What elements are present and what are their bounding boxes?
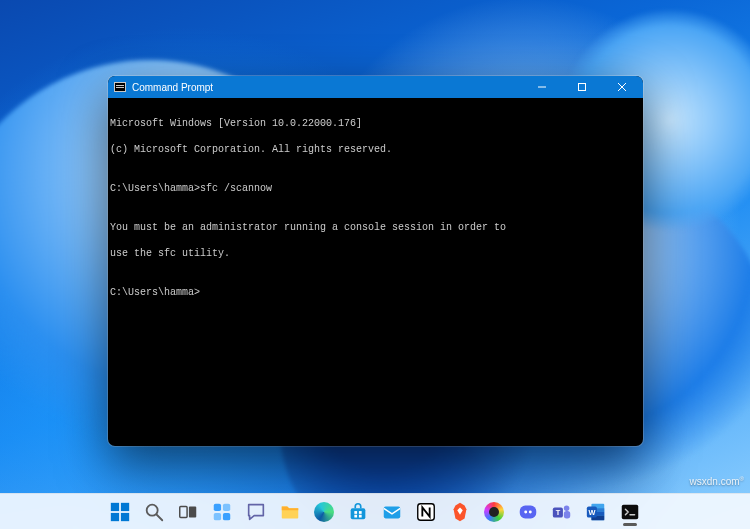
svg-point-24 — [524, 510, 527, 513]
svg-rect-23 — [520, 505, 537, 518]
teams-button[interactable]: T — [547, 497, 577, 527]
terminal-line: Microsoft Windows [Version 10.0.22000.17… — [108, 117, 643, 130]
titlebar[interactable]: Command Prompt — [108, 76, 643, 98]
cmd-icon — [114, 82, 126, 92]
svg-rect-36 — [622, 504, 639, 519]
svg-rect-10 — [180, 506, 187, 517]
store-icon — [347, 501, 369, 523]
search-icon — [143, 501, 165, 523]
svg-point-25 — [529, 510, 532, 513]
desktop: Command Prompt Microsoft Windows [Versio… — [0, 0, 750, 529]
word-icon: W — [585, 501, 607, 523]
brave-icon — [449, 501, 471, 523]
windows-logo-icon — [109, 501, 131, 523]
svg-rect-29 — [564, 511, 570, 518]
maximize-icon — [577, 82, 587, 92]
svg-rect-19 — [354, 514, 357, 517]
svg-rect-6 — [111, 512, 119, 520]
mail-button[interactable] — [377, 497, 407, 527]
edge-button[interactable] — [309, 497, 339, 527]
search-button[interactable] — [139, 497, 169, 527]
svg-rect-21 — [384, 506, 401, 518]
svg-rect-5 — [121, 502, 129, 510]
edge-icon — [314, 502, 334, 522]
command-prompt-taskbar-button[interactable] — [615, 497, 645, 527]
close-button[interactable] — [605, 76, 639, 98]
svg-rect-12 — [214, 503, 221, 510]
discord-icon — [517, 501, 539, 523]
minimize-button[interactable] — [525, 76, 559, 98]
sharex-button[interactable] — [479, 497, 509, 527]
mail-icon — [381, 501, 403, 523]
word-button[interactable]: W — [581, 497, 611, 527]
teams-icon: T — [551, 501, 573, 523]
sharex-icon — [484, 502, 504, 522]
command-prompt-window[interactable]: Command Prompt Microsoft Windows [Versio… — [108, 76, 643, 446]
svg-rect-15 — [223, 512, 230, 519]
window-title: Command Prompt — [132, 82, 519, 93]
terminal-output[interactable]: Microsoft Windows [Version 10.0.22000.17… — [108, 98, 643, 325]
terminal-line: C:\Users\hamma>sfc /scannow — [108, 182, 643, 195]
svg-rect-16 — [351, 508, 366, 519]
file-explorer-button[interactable] — [275, 497, 305, 527]
chat-icon — [245, 501, 267, 523]
widgets-icon — [211, 501, 233, 523]
task-view-button[interactable] — [173, 497, 203, 527]
svg-point-8 — [147, 504, 158, 515]
terminal-line: (c) Microsoft Corporation. All rights re… — [108, 143, 643, 156]
svg-rect-11 — [189, 506, 196, 517]
svg-rect-4 — [111, 502, 119, 510]
svg-line-9 — [157, 514, 163, 520]
svg-text:W: W — [588, 507, 595, 516]
notion-icon — [415, 501, 437, 523]
svg-rect-1 — [579, 84, 586, 91]
terminal-line: use the sfc utility. — [108, 247, 643, 260]
store-button[interactable] — [343, 497, 373, 527]
notion-button[interactable] — [411, 497, 441, 527]
close-icon — [617, 82, 627, 92]
svg-rect-7 — [121, 512, 129, 520]
brave-button[interactable] — [445, 497, 475, 527]
discord-button[interactable] — [513, 497, 543, 527]
svg-rect-14 — [214, 512, 221, 519]
task-view-icon — [177, 501, 199, 523]
svg-rect-13 — [223, 503, 230, 510]
folder-icon — [279, 501, 301, 523]
minimize-icon — [537, 82, 547, 92]
svg-point-28 — [564, 505, 570, 511]
start-button[interactable] — [105, 497, 135, 527]
svg-rect-20 — [359, 514, 362, 517]
widgets-button[interactable] — [207, 497, 237, 527]
watermark-text: wsxdn.com® — [690, 476, 744, 487]
terminal-line: C:\Users\hamma> — [108, 286, 643, 299]
svg-rect-18 — [359, 511, 362, 514]
taskbar[interactable]: T W — [0, 493, 750, 529]
chat-button[interactable] — [241, 497, 271, 527]
svg-rect-17 — [354, 511, 357, 514]
svg-text:T: T — [556, 508, 561, 517]
terminal-line: You must be an administrator running a c… — [108, 221, 643, 234]
terminal-icon — [619, 501, 641, 523]
maximize-button[interactable] — [565, 76, 599, 98]
